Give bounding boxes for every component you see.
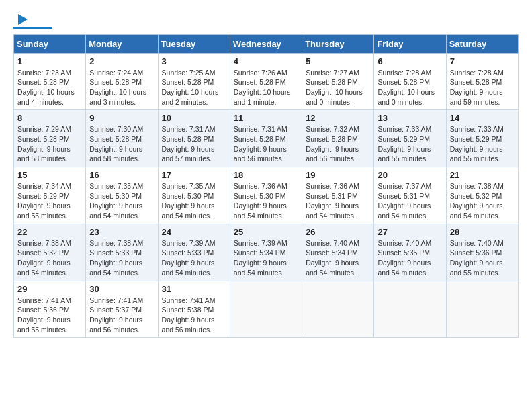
calendar-day-18: 18Sunrise: 7:36 AMSunset: 5:30 PMDayligh… xyxy=(230,167,302,224)
day-number: 28 xyxy=(450,227,515,237)
day-info: Sunrise: 7:41 AMSunset: 5:36 PMDaylight:… xyxy=(17,295,82,335)
day-info: Sunrise: 7:29 AMSunset: 5:28 PMDaylight:… xyxy=(17,124,82,164)
day-number: 9 xyxy=(89,113,154,123)
weekday-header-tuesday: Tuesday xyxy=(158,34,230,53)
calendar-day-14: 14Sunrise: 7:33 AMSunset: 5:29 PMDayligh… xyxy=(446,110,518,167)
calendar-day-1: 1Sunrise: 7:23 AMSunset: 5:28 PMDaylight… xyxy=(14,53,86,110)
calendar-day-29: 29Sunrise: 7:41 AMSunset: 5:36 PMDayligh… xyxy=(14,281,86,338)
calendar-week-1: 1Sunrise: 7:23 AMSunset: 5:28 PMDaylight… xyxy=(14,53,519,110)
header xyxy=(13,12,519,29)
day-info: Sunrise: 7:26 AMSunset: 5:28 PMDaylight:… xyxy=(234,68,298,107)
day-info: Sunrise: 7:40 AMSunset: 5:36 PMDaylight:… xyxy=(450,238,515,278)
empty-cell xyxy=(374,281,446,338)
day-info: Sunrise: 7:40 AMSunset: 5:35 PMDaylight:… xyxy=(378,238,442,278)
day-number: 27 xyxy=(378,227,442,237)
day-number: 14 xyxy=(450,113,515,123)
day-info: Sunrise: 7:25 AMSunset: 5:28 PMDaylight:… xyxy=(162,68,226,107)
logo xyxy=(13,12,52,29)
day-info: Sunrise: 7:39 AMSunset: 5:34 PMDaylight:… xyxy=(234,238,298,278)
day-number: 24 xyxy=(162,227,226,237)
weekday-header-wednesday: Wednesday xyxy=(230,34,302,53)
calendar-table: SundayMondayTuesdayWednesdayThursdayFrid… xyxy=(13,34,519,338)
day-number: 7 xyxy=(450,56,515,66)
logo-underline xyxy=(13,27,52,29)
day-number: 26 xyxy=(306,227,370,237)
day-info: Sunrise: 7:38 AMSunset: 5:32 PMDaylight:… xyxy=(450,181,515,221)
calendar-day-3: 3Sunrise: 7:25 AMSunset: 5:28 PMDaylight… xyxy=(158,53,230,110)
calendar-day-12: 12Sunrise: 7:32 AMSunset: 5:28 PMDayligh… xyxy=(302,110,374,167)
day-number: 11 xyxy=(234,113,298,123)
calendar-day-9: 9Sunrise: 7:30 AMSunset: 5:28 PMDaylight… xyxy=(86,110,158,167)
day-info: Sunrise: 7:28 AMSunset: 5:28 PMDaylight:… xyxy=(378,68,442,107)
day-number: 1 xyxy=(17,56,82,66)
day-info: Sunrise: 7:41 AMSunset: 5:38 PMDaylight:… xyxy=(162,295,226,335)
day-number: 30 xyxy=(89,284,154,294)
day-info: Sunrise: 7:35 AMSunset: 5:30 PMDaylight:… xyxy=(89,181,154,221)
day-number: 13 xyxy=(378,113,442,123)
calendar-day-10: 10Sunrise: 7:31 AMSunset: 5:28 PMDayligh… xyxy=(158,110,230,167)
day-number: 16 xyxy=(89,170,154,180)
day-info: Sunrise: 7:35 AMSunset: 5:30 PMDaylight:… xyxy=(162,181,226,221)
day-number: 15 xyxy=(17,170,82,180)
weekday-header-friday: Friday xyxy=(374,34,446,53)
day-info: Sunrise: 7:24 AMSunset: 5:28 PMDaylight:… xyxy=(89,68,154,107)
calendar-week-5: 29Sunrise: 7:41 AMSunset: 5:36 PMDayligh… xyxy=(14,281,519,338)
calendar-day-7: 7Sunrise: 7:28 AMSunset: 5:28 PMDaylight… xyxy=(446,53,518,110)
day-info: Sunrise: 7:40 AMSunset: 5:34 PMDaylight:… xyxy=(306,238,370,278)
calendar-day-5: 5Sunrise: 7:27 AMSunset: 5:28 PMDaylight… xyxy=(302,53,374,110)
svg-marker-0 xyxy=(18,14,28,25)
calendar-day-28: 28Sunrise: 7:40 AMSunset: 5:36 PMDayligh… xyxy=(446,224,518,281)
calendar-day-16: 16Sunrise: 7:35 AMSunset: 5:30 PMDayligh… xyxy=(86,167,158,224)
day-info: Sunrise: 7:36 AMSunset: 5:30 PMDaylight:… xyxy=(234,181,298,221)
day-number: 8 xyxy=(17,113,82,123)
empty-cell xyxy=(230,281,302,338)
calendar-day-11: 11Sunrise: 7:31 AMSunset: 5:28 PMDayligh… xyxy=(230,110,302,167)
day-number: 10 xyxy=(162,113,226,123)
calendar-day-23: 23Sunrise: 7:38 AMSunset: 5:33 PMDayligh… xyxy=(86,224,158,281)
day-number: 3 xyxy=(162,56,226,66)
calendar-day-26: 26Sunrise: 7:40 AMSunset: 5:34 PMDayligh… xyxy=(302,224,374,281)
calendar-day-31: 31Sunrise: 7:41 AMSunset: 5:38 PMDayligh… xyxy=(158,281,230,338)
calendar-day-22: 22Sunrise: 7:38 AMSunset: 5:32 PMDayligh… xyxy=(14,224,86,281)
day-number: 23 xyxy=(89,227,154,237)
empty-cell xyxy=(302,281,374,338)
weekday-header-thursday: Thursday xyxy=(302,34,374,53)
calendar-week-2: 8Sunrise: 7:29 AMSunset: 5:28 PMDaylight… xyxy=(14,110,519,167)
day-info: Sunrise: 7:28 AMSunset: 5:28 PMDaylight:… xyxy=(450,68,515,107)
weekday-header-row: SundayMondayTuesdayWednesdayThursdayFrid… xyxy=(14,34,519,53)
day-info: Sunrise: 7:39 AMSunset: 5:33 PMDaylight:… xyxy=(162,238,226,278)
day-info: Sunrise: 7:34 AMSunset: 5:29 PMDaylight:… xyxy=(17,181,82,221)
page: SundayMondayTuesdayWednesdayThursdayFrid… xyxy=(0,0,532,345)
day-number: 21 xyxy=(450,170,515,180)
calendar-day-8: 8Sunrise: 7:29 AMSunset: 5:28 PMDaylight… xyxy=(14,110,86,167)
calendar-week-3: 15Sunrise: 7:34 AMSunset: 5:29 PMDayligh… xyxy=(14,167,519,224)
weekday-header-saturday: Saturday xyxy=(446,34,518,53)
day-number: 18 xyxy=(234,170,298,180)
day-number: 17 xyxy=(162,170,226,180)
calendar-day-4: 4Sunrise: 7:26 AMSunset: 5:28 PMDaylight… xyxy=(230,53,302,110)
calendar-day-25: 25Sunrise: 7:39 AMSunset: 5:34 PMDayligh… xyxy=(230,224,302,281)
calendar-day-13: 13Sunrise: 7:33 AMSunset: 5:29 PMDayligh… xyxy=(374,110,446,167)
calendar-day-19: 19Sunrise: 7:36 AMSunset: 5:31 PMDayligh… xyxy=(302,167,374,224)
calendar-day-24: 24Sunrise: 7:39 AMSunset: 5:33 PMDayligh… xyxy=(158,224,230,281)
day-number: 2 xyxy=(89,56,154,66)
day-number: 19 xyxy=(306,170,370,180)
day-number: 5 xyxy=(306,56,370,66)
day-number: 25 xyxy=(234,227,298,237)
day-number: 22 xyxy=(17,227,82,237)
calendar-day-21: 21Sunrise: 7:38 AMSunset: 5:32 PMDayligh… xyxy=(446,167,518,224)
day-info: Sunrise: 7:23 AMSunset: 5:28 PMDaylight:… xyxy=(17,68,82,107)
calendar-day-17: 17Sunrise: 7:35 AMSunset: 5:30 PMDayligh… xyxy=(158,167,230,224)
calendar-day-20: 20Sunrise: 7:37 AMSunset: 5:31 PMDayligh… xyxy=(374,167,446,224)
weekday-header-sunday: Sunday xyxy=(14,34,86,53)
calendar-day-15: 15Sunrise: 7:34 AMSunset: 5:29 PMDayligh… xyxy=(14,167,86,224)
logo-icon xyxy=(15,13,29,26)
day-info: Sunrise: 7:33 AMSunset: 5:29 PMDaylight:… xyxy=(450,124,515,164)
day-number: 29 xyxy=(17,284,82,294)
day-number: 6 xyxy=(378,56,442,66)
day-number: 31 xyxy=(162,284,226,294)
day-info: Sunrise: 7:33 AMSunset: 5:29 PMDaylight:… xyxy=(378,124,442,164)
day-info: Sunrise: 7:31 AMSunset: 5:28 PMDaylight:… xyxy=(162,124,226,164)
calendar-day-2: 2Sunrise: 7:24 AMSunset: 5:28 PMDaylight… xyxy=(86,53,158,110)
weekday-header-monday: Monday xyxy=(86,34,158,53)
